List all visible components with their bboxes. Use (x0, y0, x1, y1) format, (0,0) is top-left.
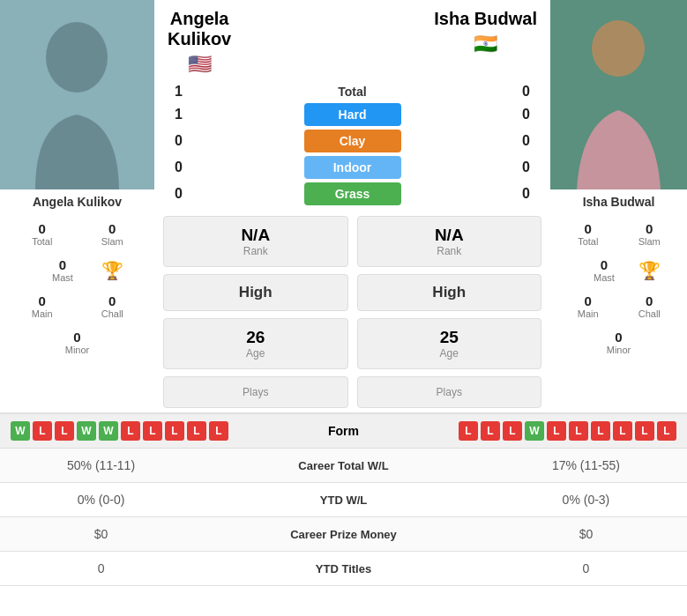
stat-left: $0 (0, 517, 202, 552)
player1-rank-box: N/A Rank (163, 216, 348, 267)
player2-center-name: Isha Budwal (434, 9, 537, 29)
player2-main-stat: 0 Main (557, 288, 619, 324)
form-badge: L (657, 421, 676, 441)
player1-main-stat: 0 Main (7, 288, 78, 324)
stat-right: 0 (485, 552, 687, 586)
player2-total-stat: 0 Total (557, 216, 619, 252)
player2-mast-stat: 0 Mast (573, 252, 635, 288)
total-label-container: Total (194, 85, 511, 99)
stat-left: 50% (11-11) (0, 449, 202, 483)
form-badge: L (209, 421, 228, 441)
player2-column: Isha Budwal 0 Total 0 Slam 0 Mast 🏆 (550, 0, 687, 408)
svg-rect-4 (550, 0, 687, 189)
player1-trophy: 🏆 (98, 252, 127, 288)
player1-name-label: Angela Kulikov (0, 189, 154, 212)
form-badge: L (143, 421, 162, 441)
form-badge: W (525, 421, 544, 441)
score-rows: 1 Total 0 1 Hard 0 0 (154, 80, 550, 209)
center-column: Angela Kulikov 🇺🇸 Isha Budwal 🇮🇳 1 Total (154, 0, 550, 408)
player1-mast-stat: 0 Mast (27, 252, 98, 288)
player2-minor-stat: 0 Minor (588, 324, 650, 360)
score-row-clay: 0 Clay 0 (163, 130, 541, 152)
score-row-hard: 1 Hard 0 (163, 103, 541, 126)
player1-plays-box: Plays (163, 376, 348, 408)
form-badge: W (99, 421, 118, 441)
indoor-surface-btn: Indoor (304, 156, 401, 179)
form-label: Form (328, 424, 359, 438)
player2-plays-box: Plays (357, 376, 542, 408)
stat-center-label: YTD W/L (202, 483, 485, 517)
form-badge: L (503, 421, 522, 441)
player2-name-label: Isha Budwal (550, 189, 687, 212)
form-badge: L (613, 421, 632, 441)
player1-name-block: Angela Kulikov 🇺🇸 (168, 9, 231, 76)
form-badge: L (569, 421, 588, 441)
form-badge: L (635, 421, 654, 441)
clay-surface-btn: Clay (304, 130, 401, 152)
form-badge: L (55, 421, 74, 441)
player2-trophy: 🏆 (635, 252, 664, 288)
trophy-icon-left: 🏆 (101, 260, 123, 281)
hard-surface-btn: Hard (304, 103, 401, 126)
stat-right: 17% (11-55) (485, 449, 687, 483)
stat-right: $0 (485, 517, 687, 552)
score-row-grass: 0 Grass 0 (163, 182, 541, 205)
stats-row: 0 YTD Titles 0 (0, 552, 687, 586)
svg-point-1 (46, 22, 108, 93)
player1-photo (0, 0, 154, 189)
form-badge: L (165, 421, 184, 441)
player1-total-stat: 0 Total (7, 216, 78, 252)
player1-center-name: Angela Kulikov (168, 9, 231, 49)
stat-center-label: Career Prize Money (202, 517, 485, 552)
trophy-icon-right: 🏆 (638, 260, 661, 281)
player2-name-block: Isha Budwal 🇮🇳 (434, 9, 537, 56)
stats-row: 0% (0-0) YTD W/L 0% (0-3) (0, 483, 687, 517)
stats-row: 50% (11-11) Career Total W/L 17% (11-55) (0, 449, 687, 483)
player2-slam-stat: 0 Slam (619, 216, 681, 252)
grass-surface-btn: Grass (304, 182, 401, 205)
bottom-section: WLLWWLLLLL Form LLLWLLLLLL 50% (11-11) C… (0, 412, 687, 586)
stat-center-label: Career Total W/L (202, 449, 485, 483)
player2-form-badges: LLLWLLLLLL (459, 421, 676, 441)
player2-photo (550, 0, 687, 189)
stat-right: 0% (0-3) (485, 483, 687, 517)
stat-left: 0 (0, 552, 202, 586)
player1-form-badges: WLLWWLLLLL (11, 421, 228, 441)
player1-minor-stat: 0 Minor (42, 324, 113, 360)
player2-age-box: 25 Age (357, 318, 542, 369)
stat-left: 0% (0-0) (0, 483, 202, 517)
form-badge: W (11, 421, 30, 441)
score-row-total: 1 Total 0 (163, 84, 541, 100)
player1-column: Angela Kulikov 0 Total 0 Slam 0 Mast 🏆 (0, 0, 154, 408)
form-badge: W (77, 421, 96, 441)
top-area: Angela Kulikov 0 Total 0 Slam 0 Mast 🏆 (0, 0, 687, 408)
score-row-indoor: 0 Indoor 0 (163, 156, 541, 179)
stat-info-boxes: N/A Rank High 26 Age Plays (154, 209, 550, 408)
player1-age-box: 26 Age (163, 318, 348, 369)
form-badge: L (33, 421, 52, 441)
form-badge: L (481, 421, 500, 441)
stats-table: 50% (11-11) Career Total W/L 17% (11-55)… (0, 449, 687, 586)
stat-center-label: YTD Titles (202, 552, 485, 586)
player2-flag: 🇮🇳 (474, 33, 497, 56)
form-badge: L (121, 421, 140, 441)
main-container: Angela Kulikov 0 Total 0 Slam 0 Mast 🏆 (0, 0, 687, 586)
player1-high-box: High (163, 274, 348, 311)
player2-chall-stat: 0 Chall (619, 288, 681, 324)
center-names-row: Angela Kulikov 🇺🇸 Isha Budwal 🇮🇳 (154, 0, 550, 80)
player1-slam-stat: 0 Slam (78, 216, 148, 252)
stats-row: $0 Career Prize Money $0 (0, 517, 687, 552)
player2-high-box: High (357, 274, 542, 311)
form-badge: L (547, 421, 566, 441)
player2-rank-box: N/A Rank (357, 216, 542, 267)
form-badge: L (187, 421, 206, 441)
player1-flag: 🇺🇸 (188, 53, 212, 76)
player1-chall-stat: 0 Chall (78, 288, 148, 324)
form-badge: L (459, 421, 478, 441)
form-badge: L (591, 421, 610, 441)
